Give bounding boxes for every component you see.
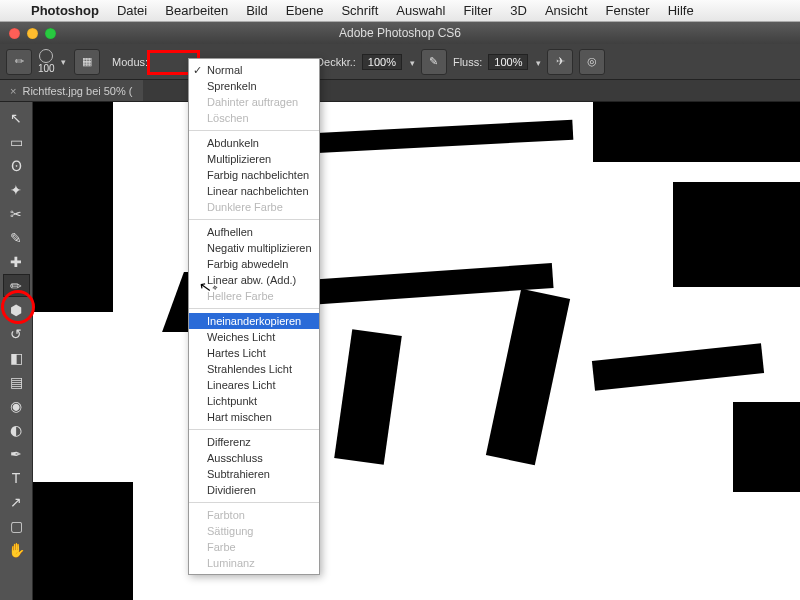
- menu-fenster[interactable]: Fenster: [597, 3, 659, 18]
- modus-item-dividieren[interactable]: Dividieren: [189, 482, 319, 498]
- tool-dodge[interactable]: ◐: [3, 418, 30, 441]
- modus-item-luminanz: Luminanz: [189, 555, 319, 571]
- menu-bild[interactable]: Bild: [237, 3, 277, 18]
- tool-path[interactable]: ↗: [3, 490, 30, 513]
- menu-hilfe[interactable]: Hilfe: [659, 3, 703, 18]
- menu-separator: [189, 429, 319, 430]
- modus-item-weiches-licht[interactable]: Weiches Licht: [189, 329, 319, 345]
- menu-ebene[interactable]: Ebene: [277, 3, 333, 18]
- modus-item-lichtpunkt[interactable]: Lichtpunkt: [189, 393, 319, 409]
- modus-item-multiplizieren[interactable]: Multiplizieren: [189, 151, 319, 167]
- window-title: Adobe Photoshop CS6: [0, 26, 800, 40]
- menu-filter[interactable]: Filter: [454, 3, 501, 18]
- modus-item-farbig-nachbelichten[interactable]: Farbig nachbelichten: [189, 167, 319, 183]
- brush-size-picker[interactable]: 100: [38, 49, 68, 74]
- modus-item-dahinter-auftragen: Dahinter auftragen: [189, 94, 319, 110]
- deckk-label: Deckkr.:: [316, 56, 356, 68]
- mac-menubar[interactable]: Photoshop Datei Bearbeiten Bild Ebene Sc…: [0, 0, 800, 22]
- modus-item-hartes-licht[interactable]: Hartes Licht: [189, 345, 319, 361]
- workspace: ↖▭ʘ✦✂✎✚✏⬢↺◧▤◉◐✒T↗▢✋: [0, 102, 800, 600]
- window-titlebar: Adobe Photoshop CS6: [0, 22, 800, 44]
- cursor-icon: ↖⌖: [198, 277, 219, 298]
- tool-pen[interactable]: ✒: [3, 442, 30, 465]
- tool-eyedropper[interactable]: ✎: [3, 226, 30, 249]
- tool-shape[interactable]: ▢: [3, 514, 30, 537]
- menu-schrift[interactable]: Schrift: [332, 3, 387, 18]
- tools-panel: ↖▭ʘ✦✂✎✚✏⬢↺◧▤◉◐✒T↗▢✋: [0, 102, 33, 600]
- menu-app[interactable]: Photoshop: [22, 3, 108, 18]
- menu-bearbeiten[interactable]: Bearbeiten: [156, 3, 237, 18]
- tool-eraser[interactable]: ◧: [3, 346, 30, 369]
- fluss-label: Fluss:: [453, 56, 482, 68]
- brush-size-value: 100: [38, 63, 55, 74]
- tool-gradient[interactable]: ▤: [3, 370, 30, 393]
- menu-separator: [189, 308, 319, 309]
- canvas-image: [33, 102, 800, 600]
- modus-item-dunklere-farbe: Dunklere Farbe: [189, 199, 319, 215]
- pressure-opacity-button[interactable]: ✎: [421, 49, 447, 75]
- close-tab-icon[interactable]: ×: [10, 85, 16, 97]
- fluss-chevron-icon[interactable]: [534, 56, 541, 68]
- modus-item-l-schen: Löschen: [189, 110, 319, 126]
- deckk-value[interactable]: 100%: [362, 54, 402, 70]
- modus-item-farbton: Farbton: [189, 507, 319, 523]
- tool-blur[interactable]: ◉: [3, 394, 30, 417]
- modus-item-s-ttigung: Sättigung: [189, 523, 319, 539]
- modus-item-farbe: Farbe: [189, 539, 319, 555]
- document-tab-bar: × Richtfest.jpg bei 50% (: [0, 80, 800, 102]
- document-tab-label: Richtfest.jpg bei 50% (: [22, 85, 132, 97]
- brush-panel-button[interactable]: ▦: [74, 49, 100, 75]
- modus-item-hart-mischen[interactable]: Hart mischen: [189, 409, 319, 425]
- menu-separator: [189, 219, 319, 220]
- deckk-chevron-icon[interactable]: [408, 56, 415, 68]
- modus-item-linear-nachbelichten[interactable]: Linear nachbelichten: [189, 183, 319, 199]
- modus-item-negativ-multiplizieren[interactable]: Negativ multiplizieren: [189, 240, 319, 256]
- brush-preview-icon: [39, 49, 53, 63]
- tool-heal[interactable]: ✚: [3, 250, 30, 273]
- menu-3d[interactable]: 3D: [501, 3, 536, 18]
- modus-item-ausschluss[interactable]: Ausschluss: [189, 450, 319, 466]
- modus-item-ineinanderkopieren[interactable]: Ineinanderkopieren: [189, 313, 319, 329]
- tool-preset-button[interactable]: ✏: [6, 49, 32, 75]
- modus-label: Modus:: [112, 56, 148, 68]
- modus-item-abdunkeln[interactable]: Abdunkeln: [189, 135, 319, 151]
- options-bar: ✏ 100 ▦ Modus: Deckkr.: 100% ✎ Fluss: 10…: [0, 44, 800, 80]
- tool-crop[interactable]: ✂: [3, 202, 30, 225]
- menu-auswahl[interactable]: Auswahl: [387, 3, 454, 18]
- menu-datei[interactable]: Datei: [108, 3, 156, 18]
- modus-item-subtrahieren[interactable]: Subtrahieren: [189, 466, 319, 482]
- tool-marquee[interactable]: ▭: [3, 130, 30, 153]
- tool-lasso[interactable]: ʘ: [3, 154, 30, 177]
- airbrush-button[interactable]: ✈: [547, 49, 573, 75]
- document-tab[interactable]: × Richtfest.jpg bei 50% (: [0, 80, 143, 101]
- tool-wand[interactable]: ✦: [3, 178, 30, 201]
- modus-item-lineares-licht[interactable]: Lineares Licht: [189, 377, 319, 393]
- modus-item-aufhellen[interactable]: Aufhellen: [189, 224, 319, 240]
- modus-item-sprenkeln[interactable]: Sprenkeln: [189, 78, 319, 94]
- tool-type[interactable]: T: [3, 466, 30, 489]
- canvas-area[interactable]: [33, 102, 800, 600]
- pressure-size-button[interactable]: ◎: [579, 49, 605, 75]
- modus-item-strahlendes-licht[interactable]: Strahlendes Licht: [189, 361, 319, 377]
- modus-menu[interactable]: NormalSprenkelnDahinter auftragenLöschen…: [188, 58, 320, 575]
- modus-item-normal[interactable]: Normal: [189, 62, 319, 78]
- annotation-brush-highlight: [1, 290, 35, 324]
- menu-separator: [189, 502, 319, 503]
- modus-item-farbig-abwedeln[interactable]: Farbig abwedeln: [189, 256, 319, 272]
- tool-move[interactable]: ↖: [3, 106, 30, 129]
- modus-item-differenz[interactable]: Differenz: [189, 434, 319, 450]
- menu-separator: [189, 130, 319, 131]
- tool-hand[interactable]: ✋: [3, 538, 30, 561]
- menu-ansicht[interactable]: Ansicht: [536, 3, 597, 18]
- tool-history[interactable]: ↺: [3, 322, 30, 345]
- fluss-value[interactable]: 100%: [488, 54, 528, 70]
